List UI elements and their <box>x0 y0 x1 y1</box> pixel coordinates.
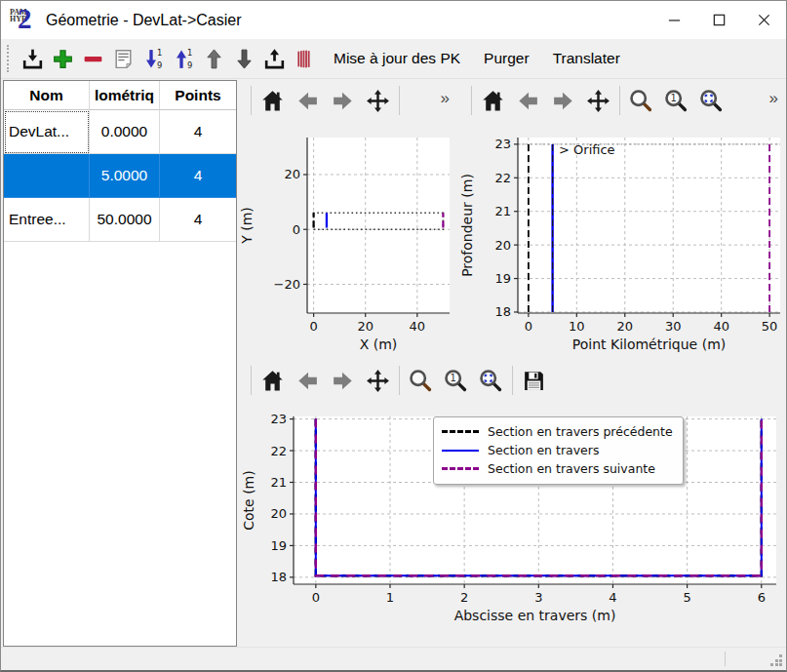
move-down-button[interactable] <box>229 42 259 75</box>
svg-text:21: 21 <box>270 475 287 490</box>
table-row[interactable]: 5.00004 <box>4 154 236 198</box>
purge-button[interactable]: Purger <box>474 42 539 75</box>
svg-text:20: 20 <box>357 319 374 334</box>
legend-line-sample <box>442 450 479 452</box>
sections-button[interactable] <box>290 42 320 75</box>
svg-text:0: 0 <box>525 319 532 334</box>
cell-points[interactable]: 4 <box>160 198 236 242</box>
plan-plot-toolbar: » <box>237 79 457 122</box>
column-header[interactable]: Points <box>160 81 236 110</box>
svg-text:22: 22 <box>270 444 287 458</box>
toolbar-overflow-button[interactable]: » <box>439 89 457 112</box>
move-up-button[interactable] <box>199 42 229 75</box>
svg-text:18: 18 <box>494 304 511 319</box>
plot-pan-button[interactable] <box>584 85 612 116</box>
plot-save-button[interactable] <box>520 365 548 396</box>
plus-icon <box>51 47 75 71</box>
delete-button[interactable] <box>78 42 108 75</box>
svg-text:21: 21 <box>494 204 511 218</box>
plot-zoom-selection-button[interactable] <box>697 85 726 116</box>
cross-section-panel: 0123456181920212223Abscisse en travers (… <box>237 359 786 647</box>
plot-zoom-button[interactable] <box>627 85 655 116</box>
export-button[interactable] <box>259 42 290 75</box>
plot-home-button[interactable] <box>479 85 507 116</box>
toolbar-handle[interactable] <box>7 45 14 72</box>
plot-back-button[interactable] <box>294 85 322 116</box>
svg-text:23: 23 <box>494 137 511 151</box>
table-row[interactable]: DevLat...0.00004 <box>4 110 236 154</box>
app-window: PAMHYR 2 Géometrie - DevLat->Casier Mise… <box>0 0 787 672</box>
cell-nom[interactable]: DevLat... <box>4 110 90 154</box>
cell-pk[interactable]: 50.0000 <box>90 198 160 242</box>
svg-text:20: 20 <box>494 238 511 253</box>
tray-arrow-down-icon <box>20 47 45 71</box>
app-icon: PAMHYR 2 <box>10 7 39 34</box>
legend-item: Section en travers <box>442 441 673 459</box>
plot-forward-button[interactable] <box>329 365 357 396</box>
plot-forward-button[interactable] <box>549 85 577 116</box>
reach-table[interactable]: NomlométriqPointsDevLat...0.000045.00004… <box>3 80 237 647</box>
magnifier-icon <box>629 89 653 113</box>
pan-move-icon <box>366 369 390 393</box>
svg-text:Cote (m): Cote (m) <box>241 470 256 530</box>
minus-icon <box>81 47 105 71</box>
arrow-right-icon <box>551 89 575 113</box>
window-title: Géometrie - DevLat->Casier <box>46 12 242 29</box>
translate-button[interactable]: Translater <box>543 42 630 75</box>
svg-text:22: 22 <box>494 171 511 185</box>
add-button[interactable] <box>48 42 78 75</box>
svg-text:40: 40 <box>713 319 729 334</box>
plot-zoom-original-button[interactable] <box>442 365 470 396</box>
cell-nom[interactable] <box>4 154 90 198</box>
cell-pk[interactable]: 0.0000 <box>90 110 160 154</box>
longitudinal-profile-plot[interactable]: 01020304050181920212223Point Kilométriqu… <box>459 122 786 359</box>
plot-forward-button[interactable] <box>329 85 357 116</box>
magnifier-1-icon <box>664 89 689 113</box>
cell-points[interactable]: 4 <box>160 110 236 154</box>
legend: Section en travers précédenteSection en … <box>433 416 684 485</box>
arrow-down-icon <box>232 47 256 71</box>
svg-text:0: 0 <box>293 222 300 237</box>
plan-view-plot[interactable]: 02040−20020X (m)Y (m) <box>239 122 455 359</box>
sort-ascending-button[interactable] <box>169 42 199 75</box>
profile-plot-toolbar: » <box>457 79 786 122</box>
plot-back-button[interactable] <box>294 365 322 396</box>
cell-points[interactable]: 4 <box>160 154 236 198</box>
import-button[interactable] <box>18 42 48 75</box>
plot-back-button[interactable] <box>514 85 542 116</box>
column-header[interactable]: Nom <box>4 81 90 110</box>
update-pk-button[interactable]: Mise à jour des PK <box>324 42 470 75</box>
cell-pk[interactable]: 5.0000 <box>90 154 160 198</box>
plot-home-button[interactable] <box>258 365 287 396</box>
svg-text:0: 0 <box>309 319 317 334</box>
svg-text:20: 20 <box>617 319 634 334</box>
cell-nom[interactable]: Entree... <box>4 198 90 242</box>
resize-grip[interactable] <box>770 654 782 666</box>
plot-zoom-original-button[interactable] <box>662 85 690 116</box>
home-icon <box>260 89 285 113</box>
arrow-left-icon <box>295 369 320 393</box>
plan-view-panel: » 02040−20020X (m)Y (m) <box>237 79 457 359</box>
svg-text:0: 0 <box>312 590 320 605</box>
svg-text:X (m): X (m) <box>360 336 398 352</box>
legend-label: Section en travers <box>488 443 599 457</box>
logo-number: 2 <box>18 3 32 35</box>
maximize-button[interactable] <box>696 1 741 39</box>
magnifier-icon <box>409 369 433 393</box>
minimize-button[interactable] <box>651 1 696 39</box>
sort-descending-button[interactable] <box>138 42 169 75</box>
plot-zoom-button[interactable] <box>407 365 435 396</box>
minimize-icon <box>667 13 682 27</box>
table-row[interactable]: Entree...50.00004 <box>4 198 236 242</box>
plot-pan-button[interactable] <box>364 85 392 116</box>
close-button[interactable] <box>741 1 786 39</box>
plot-home-button[interactable] <box>258 85 287 116</box>
arrow-right-icon <box>331 89 355 113</box>
plot-pan-button[interactable] <box>364 365 392 396</box>
svg-text:1: 1 <box>386 590 394 605</box>
edit-button[interactable] <box>108 42 138 75</box>
plot-zoom-selection-button[interactable] <box>477 365 505 396</box>
toolbar-overflow-button[interactable]: » <box>767 89 786 112</box>
column-header[interactable]: lométriq <box>90 81 160 110</box>
svg-text:30: 30 <box>665 319 682 334</box>
